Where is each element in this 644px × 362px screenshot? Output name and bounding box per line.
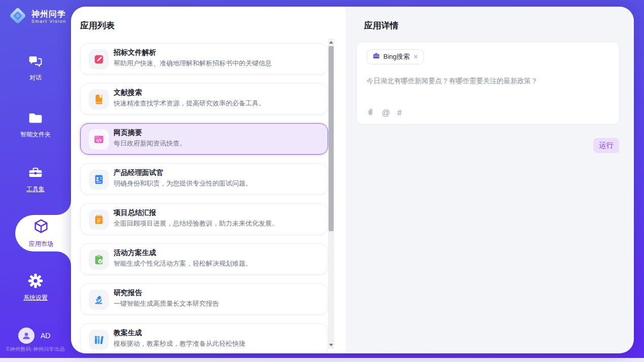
clipboard-check-icon <box>89 249 109 270</box>
notepad-icon <box>89 209 109 230</box>
logo-subtitle: Smart Vision <box>31 19 66 24</box>
app-card-desc: 明确身份和职责，为您提供专业性的面试问题。 <box>114 179 252 188</box>
sidebar-item-settings[interactable]: 系统设置 <box>0 273 71 302</box>
app-card-desc: 模板驱动，教案秒成，教学准备从此轻松快捷 <box>114 339 245 348</box>
sidebar-item-chat[interactable]: 对话 <box>0 54 71 82</box>
active-tab-corner-bottom <box>57 251 71 266</box>
sidebar-item-smart-folder[interactable]: 智能文件夹 <box>0 111 71 139</box>
mention-at-icon[interactable]: @ <box>382 108 390 118</box>
app-card-web-summary[interactable]: 网页摘要 每日政府新闻资讯快查。 <box>80 123 328 155</box>
app-detail-pane: 应用详情 Bing搜索 ✕ 今日湖北 <box>346 7 634 353</box>
bottom-edge-strip <box>0 358 644 362</box>
app-list-scrollbar[interactable] <box>328 39 334 349</box>
avatar <box>18 328 34 344</box>
person-icon <box>21 331 31 341</box>
toolbox-icon <box>28 173 43 182</box>
cube-icon <box>32 228 50 237</box>
app-card-desc: 一键智能生成高质量长文本研究报告 <box>114 299 219 308</box>
app-card-title: 项目总结汇报 <box>114 208 156 218</box>
app-card-desc: 帮助用户快速、准确地理解和解析招标书中的关键信息 <box>114 59 272 68</box>
microscope-icon <box>89 289 109 310</box>
app-card-title: 教案生成 <box>114 329 142 338</box>
app-card-desc: 智能生成个性化活动方案，轻松解决规划难题。 <box>114 259 252 268</box>
app-card-pm-interviewer[interactable]: 产品经理面试官 明确身份和职责，为您提供专业性的面试问题。 <box>80 163 328 195</box>
sidebar-item-label: 工具集 <box>0 185 71 194</box>
main-content-panel: 应用列表 招标文件解析 帮助用户快速、准确地理解和解析招标书中的关键信息 <box>71 7 634 353</box>
folder-icon <box>28 119 43 127</box>
pen-edit-icon <box>89 49 109 69</box>
browser-code-icon <box>89 129 109 150</box>
paperclip-icon[interactable] <box>366 107 375 119</box>
logo-title: 神州问学 <box>31 10 66 19</box>
books-icon <box>89 330 109 350</box>
sidebar-item-label: 应用市场 <box>11 240 71 248</box>
book-icon <box>89 89 109 110</box>
app-card-title: 产品经理面试官 <box>114 168 163 177</box>
active-tab-corner-top <box>57 201 71 215</box>
app-list-pane: 应用列表 招标文件解析 帮助用户快速、准确地理解和解析招标书中的关键信息 <box>71 7 346 353</box>
app-logo: 神州问学 Smart Vision <box>7 5 66 28</box>
app-window: 神州问学 Smart Vision 对话 智能文件夹 <box>0 0 644 362</box>
scrollbar-thumb[interactable] <box>329 46 334 231</box>
hash-icon[interactable]: # <box>397 108 402 118</box>
user-name: AD <box>41 332 50 340</box>
gear-icon <box>27 282 44 291</box>
copyright-footer: ©神州数码·神州问学出品 <box>0 346 71 353</box>
app-card-literature-search[interactable]: 文献搜索 快速精准查找学术资源，提高研究效率的必备工具。 <box>80 83 328 115</box>
scroll-down-arrow-icon[interactable] <box>329 344 333 346</box>
sidebar-item-app-market[interactable]: 应用市场 <box>11 218 71 248</box>
input-toolbar: @ # <box>366 107 409 119</box>
scroll-up-arrow-icon[interactable] <box>329 41 333 44</box>
app-card-research-report[interactable]: 研究报告 一键智能生成高质量长文本研究报告 <box>80 283 328 315</box>
briefcase-icon <box>372 52 380 62</box>
logo-diamond-icon <box>7 5 28 28</box>
sidebar-item-toolset[interactable]: 工具集 <box>0 165 71 194</box>
app-card-title: 招标文件解析 <box>114 48 156 57</box>
sidebar-item-label: 对话 <box>0 74 71 82</box>
app-card-project-summary[interactable]: 项目总结汇报 全面回顾项目进展，总结经验教训，助力未来优化发展。 <box>80 203 328 235</box>
sidebar-item-label: 智能文件夹 <box>0 130 71 139</box>
prompt-question-text[interactable]: 今日湖北有哪些新闻要点？有哪些需要关注的最新政策？ <box>367 77 538 86</box>
app-card-desc: 全面回顾项目进展，总结经验教训，助力未来优化发展。 <box>114 219 278 228</box>
user-account[interactable]: AD <box>18 328 50 344</box>
tool-tag-bing-search[interactable]: Bing搜索 ✕ <box>367 49 424 64</box>
app-card-desc: 每日政府新闻资讯快查。 <box>114 139 186 148</box>
app-card-title: 活动方案生成 <box>114 248 156 258</box>
run-button[interactable]: 运行 <box>593 138 619 153</box>
tool-tag-label: Bing搜索 <box>383 52 410 61</box>
app-card-desc: 快速精准查找学术资源，提高研究效率的必备工具。 <box>114 99 265 108</box>
app-card-event-plan[interactable]: 活动方案生成 智能生成个性化活动方案，轻松解决规划难题。 <box>80 243 328 275</box>
app-card-title: 网页摘要 <box>114 128 142 137</box>
app-detail-title: 应用详情 <box>364 20 399 31</box>
app-card-title: 研究报告 <box>114 288 142 298</box>
app-list-title: 应用列表 <box>80 20 115 31</box>
close-icon[interactable]: ✕ <box>413 53 418 60</box>
app-card-list: 招标文件解析 帮助用户快速、准确地理解和解析招标书中的关键信息 文献搜索 快速精… <box>80 43 328 353</box>
chat-bubbles-icon <box>28 62 43 70</box>
app-card-bid-parse[interactable]: 招标文件解析 帮助用户快速、准确地理解和解析招标书中的关键信息 <box>80 43 328 75</box>
resume-person-icon <box>89 169 109 190</box>
sidebar: 神州问学 Smart Vision 对话 智能文件夹 <box>0 0 71 358</box>
app-card-lesson-plan[interactable]: 教案生成 模板驱动，教案秒成，教学准备从此轻松快捷 <box>80 323 328 353</box>
prompt-input-card[interactable]: Bing搜索 ✕ 今日湖北有哪些新闻要点？有哪些需要关注的最新政策？ @ # <box>356 42 620 125</box>
sidebar-item-label: 系统设置 <box>0 294 71 302</box>
app-card-title: 文献搜索 <box>114 88 142 97</box>
